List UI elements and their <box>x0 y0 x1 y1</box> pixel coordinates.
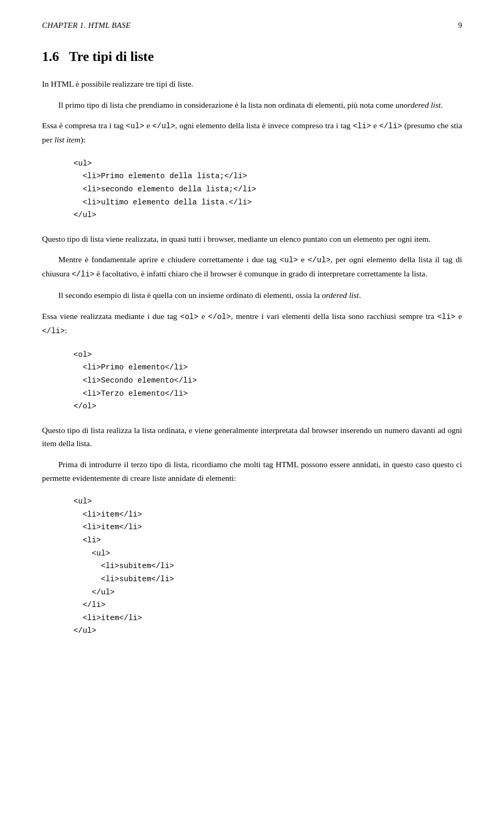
paragraph-7: Essa viene realizzata mediante i due tag… <box>42 310 462 338</box>
paragraph-8: Questo tipo di lista realizza la lista o… <box>42 424 462 450</box>
paragraph-2: Il primo tipo di lista che prendiamo in … <box>42 98 462 112</box>
paragraph-5: Mentre è fondamentale aprire e chiudere … <box>42 253 462 281</box>
page: CHAPTER 1. HTML BASE 9 1.6 Tre tipi di l… <box>0 0 504 824</box>
section-number: 1.6 <box>42 49 59 64</box>
code-block-3: <ul> <li>item</li> <li>item</li> <li> <u… <box>74 495 462 637</box>
page-number: 9 <box>458 21 463 30</box>
code-block-1: <ul> <li>Primo elemento della lista;</li… <box>74 157 462 222</box>
section-title: 1.6 Tre tipi di liste <box>42 49 462 65</box>
paragraph-3: Essa è compresa tra i tag <ul> e </ul>, … <box>42 119 462 146</box>
paragraph-1: In HTML è possibile realizzare tre tipi … <box>42 77 462 91</box>
paragraph-9: Prima di introdurre il terzo tipo di lis… <box>42 458 462 485</box>
section-name: Tre tipi di liste <box>69 49 154 64</box>
code-block-2: <ol> <li>Primo elemento</li> <li>Secondo… <box>74 348 462 413</box>
page-header: CHAPTER 1. HTML BASE 9 <box>42 21 462 30</box>
paragraph-4: Questo tipo di lista viene realizzata, i… <box>42 232 462 246</box>
header-chapter: CHAPTER 1. HTML BASE <box>42 21 131 30</box>
paragraph-6: Il secondo esempio di lista è quella con… <box>42 289 462 302</box>
